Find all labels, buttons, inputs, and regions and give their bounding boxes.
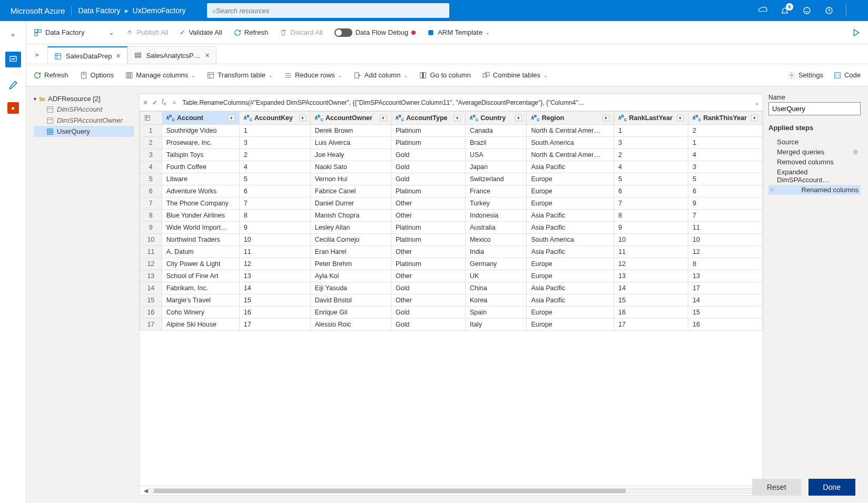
qt-reduce-rows[interactable]: Reduce rows⌄ (284, 71, 342, 79)
row-index[interactable]: 12 (140, 258, 162, 270)
table-cell[interactable]: 5 (239, 173, 310, 185)
table-cell[interactable]: 6 (688, 185, 762, 197)
qt-combine-tables[interactable]: Combine tables⌄ (482, 71, 548, 79)
row-index[interactable]: 15 (140, 294, 162, 306)
table-cell[interactable]: Naoki Sato (310, 161, 391, 173)
table-cell[interactable]: Luis Alverca (310, 136, 391, 149)
row-index[interactable]: 7 (140, 197, 162, 209)
table-cell[interactable]: 16 (239, 306, 310, 318)
table-cell[interactable]: Gold (391, 161, 465, 173)
column-header-account[interactable]: ABCAccount▾ (162, 112, 239, 125)
column-header-country[interactable]: ABCCountry▾ (465, 112, 526, 125)
table-cell[interactable]: The Phone Company (162, 197, 239, 209)
table-cell[interactable]: Asia Pacific (527, 209, 614, 221)
tab-salesdataprep[interactable]: SalesDataPrep ✕ (47, 46, 127, 64)
table-cell[interactable]: France (465, 185, 526, 197)
query-userquery[interactable]: UserQuery (34, 126, 134, 137)
qt-code[interactable]: Code (834, 71, 861, 79)
table-cell[interactable]: Brazil (465, 136, 526, 149)
table-cell[interactable]: 7 (688, 209, 762, 221)
discard-all-button[interactable]: Discard All (280, 28, 322, 36)
applied-step[interactable]: Removed columns (768, 157, 861, 167)
table-cell[interactable]: Alpine Ski House (162, 318, 239, 330)
table-cell[interactable]: 2 (614, 149, 688, 161)
table-cell[interactable]: Platinum (391, 136, 465, 149)
table-cell[interactable]: 14 (239, 282, 310, 294)
grid-corner[interactable] (140, 112, 162, 125)
table-cell[interactable]: Litware (162, 173, 239, 185)
table-cell[interactable]: Tailspin Toys (162, 149, 239, 161)
table-cell[interactable]: Europe (527, 306, 614, 318)
table-cell[interactable]: Switzerland (465, 173, 526, 185)
table-cell[interactable]: Asia Pacific (527, 294, 614, 306)
table-cell[interactable]: Platinum (391, 233, 465, 245)
table-cell[interactable]: 9 (688, 197, 762, 209)
table-cell[interactable]: 10 (614, 233, 688, 245)
table-cell[interactable]: 4 (614, 161, 688, 173)
table-cell[interactable]: Spain (465, 306, 526, 318)
reset-button[interactable]: Reset (752, 479, 801, 496)
table-cell[interactable]: Alessio Roic (310, 318, 391, 330)
table-cell[interactable]: 3 (614, 136, 688, 149)
close-tab-icon[interactable]: ✕ (205, 52, 210, 59)
table-cell[interactable]: Europe (527, 185, 614, 197)
row-index[interactable]: 10 (140, 233, 162, 245)
validate-all-button[interactable]: ✓ Validate All (180, 28, 222, 36)
arm-template-button[interactable]: ARM Template ⌄ (427, 28, 490, 36)
table-cell[interactable]: China (465, 282, 526, 294)
table-cell[interactable]: Fabrikam, Inc. (162, 282, 239, 294)
table-cell[interactable]: 12 (688, 245, 762, 258)
table-cell[interactable]: North & Central Amer… (527, 149, 614, 161)
formula-expand-icon[interactable]: ⌄ (754, 99, 760, 106)
table-cell[interactable]: South America (527, 136, 614, 149)
table-cell[interactable]: 17 (239, 318, 310, 330)
table-cell[interactable]: Europe (527, 173, 614, 185)
table-cell[interactable]: 14 (614, 282, 688, 294)
table-cell[interactable]: 1 (614, 124, 688, 136)
table-cell[interactable]: Other (391, 245, 465, 258)
table-cell[interactable]: 6 (614, 185, 688, 197)
table-cell[interactable]: Germany (465, 258, 526, 270)
qt-add-column[interactable]: Add column⌄ (354, 71, 408, 79)
queries-folder[interactable]: ▾ ADFResource [2] (34, 94, 134, 104)
rail-record-icon[interactable]: ● (7, 102, 19, 114)
table-cell[interactable]: 6 (239, 185, 310, 197)
table-cell[interactable]: 2 (688, 124, 762, 136)
table-cell[interactable]: Canada (465, 124, 526, 136)
table-cell[interactable]: 8 (688, 258, 762, 270)
table-cell[interactable]: Northwind Traders (162, 233, 239, 245)
table-cell[interactable]: 9 (614, 221, 688, 233)
table-cell[interactable]: Europe (527, 258, 614, 270)
table-cell[interactable]: 11 (688, 221, 762, 233)
applied-step[interactable]: Merged queries⚙ (768, 147, 861, 157)
refresh-button[interactable]: Refresh (234, 28, 269, 36)
table-cell[interactable]: A. Datum (162, 245, 239, 258)
column-header-accountowner[interactable]: ABCAccountOwner▾ (310, 112, 391, 125)
done-button[interactable]: Done (808, 479, 855, 496)
table-cell[interactable]: 11 (239, 245, 310, 258)
table-cell[interactable]: Lesley Allan (310, 221, 391, 233)
table-cell[interactable]: City Power & Light (162, 258, 239, 270)
table-cell[interactable]: 12 (239, 258, 310, 270)
search-box[interactable]: ⌕ (207, 3, 449, 18)
help-icon[interactable] (824, 5, 834, 16)
table-cell[interactable]: Korea (465, 294, 526, 306)
table-cell[interactable]: 17 (614, 318, 688, 330)
table-cell[interactable]: Platinum (391, 258, 465, 270)
table-cell[interactable]: 16 (614, 306, 688, 318)
row-index[interactable]: 13 (140, 270, 162, 282)
table-cell[interactable]: 14 (688, 294, 762, 306)
table-cell[interactable]: 8 (239, 209, 310, 221)
table-cell[interactable]: Blue Yonder Airlines (162, 209, 239, 221)
table-cell[interactable]: Mexico (465, 233, 526, 245)
data-flow-debug-toggle[interactable]: Data Flow Debug (334, 28, 416, 37)
rail-monitor-icon[interactable] (5, 52, 21, 67)
qt-transform-table[interactable]: Transform table⌄ (207, 71, 273, 79)
column-header-rankthisyear[interactable]: ABCRankThisYear▾ (688, 112, 762, 125)
table-cell[interactable]: Other (391, 270, 465, 282)
query-name-input[interactable] (768, 102, 861, 115)
table-cell[interactable]: 8 (614, 209, 688, 221)
table-cell[interactable]: Vernon Hui (310, 173, 391, 185)
table-cell[interactable]: Indonesia (465, 209, 526, 221)
table-cell[interactable]: USA (465, 149, 526, 161)
